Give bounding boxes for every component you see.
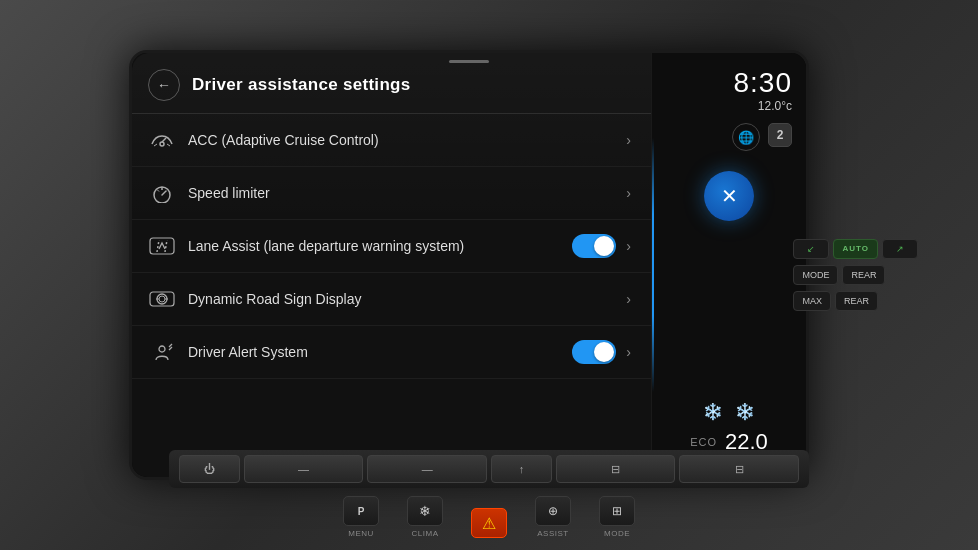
slider-left-icon: ⊟	[611, 463, 620, 476]
slider-left-ctrl[interactable]: ⊟	[556, 455, 676, 483]
driver-alert-label: Driver Alert System	[188, 344, 572, 360]
rc-mode-btn[interactable]: MODE	[793, 265, 838, 285]
slider-right-icon: ⊟	[735, 463, 744, 476]
back-button[interactable]: ←	[148, 69, 180, 101]
vertical-divider	[652, 138, 654, 392]
menu-item-acc[interactable]: ACC (Adaptive Cruise Control) ›	[132, 114, 651, 167]
vol-right-ctrl[interactable]: —	[367, 455, 487, 483]
rc-max-btn[interactable]: MAX	[793, 291, 831, 311]
menu-items-list: ACC (Adaptive Cruise Control) › Speed li…	[132, 114, 651, 477]
road-sign-label: Dynamic Road Sign Display	[188, 291, 626, 307]
globe-button[interactable]: 🌐	[732, 123, 760, 151]
speed-limiter-chevron-icon: ›	[626, 185, 631, 201]
lane-assist-label: Lane Assist (lane departure warning syst…	[188, 238, 572, 254]
svg-line-2	[154, 144, 157, 146]
menu-item-dynamic-road[interactable]: Dynamic Road Sign Display ›	[132, 273, 651, 326]
fan-icons-row: ❄️ ❄️	[703, 402, 755, 421]
rc-right-icon: ↗	[896, 244, 904, 254]
right-panel: 8:30 12.0°c 🌐 2 ✕ ❄️ ❄️ ECO 22.0	[651, 53, 806, 477]
rc-top-row: ↙ AUTO ↗	[793, 239, 918, 259]
screen-header: ← Driver assistance settings	[132, 53, 651, 114]
cancel-button[interactable]: ✕	[704, 171, 754, 221]
clima-icon: ❄	[419, 503, 431, 519]
clima-btn-label: CLIMA	[412, 529, 439, 538]
badge-value: 2	[777, 128, 784, 142]
lane-assist-icon	[148, 234, 176, 258]
road-sign-chevron-icon: ›	[626, 291, 631, 307]
rc-auto-btn[interactable]: AUTO	[833, 239, 878, 259]
menu-btn-label: MENU	[348, 529, 374, 538]
warning-triangle-icon: ⚠	[482, 514, 496, 533]
function-buttons: P MENU ❄ CLIMA ⚠ ⊕ ASSIST ⊞ MODE	[343, 496, 635, 538]
outside-temp: 12.0°c	[666, 99, 792, 113]
svg-line-6	[162, 191, 166, 195]
menu-panel: ← Driver assistance settings ACC (Adapti…	[132, 53, 651, 477]
svg-rect-8	[150, 238, 174, 254]
rc-max-label: MAX	[802, 296, 822, 306]
rc-rear-label: REAR	[851, 270, 876, 280]
svg-line-7	[157, 190, 159, 192]
fan-left-icon: ❄️	[703, 402, 723, 421]
vol-left-icon: —	[298, 463, 309, 475]
svg-line-3	[167, 144, 170, 146]
assist-func-btn[interactable]: ⊕ ASSIST	[535, 496, 571, 538]
eco-label: ECO	[690, 436, 717, 448]
acc-icon	[148, 128, 176, 152]
page-title: Driver assistance settings	[192, 75, 411, 95]
warning-btn-icon: ⚠	[471, 508, 507, 538]
globe-icon: 🌐	[738, 130, 754, 145]
assist-icon: ⊕	[548, 504, 558, 518]
menu-item-driver-alert[interactable]: Driver Alert System ›	[132, 326, 651, 379]
header-bar	[449, 60, 489, 63]
menu-btn-icon: P	[343, 496, 379, 526]
mode-btn-label: MODE	[604, 529, 630, 538]
bottom-control-bar: ⏻ — — ↑ ⊟ ⊟	[169, 450, 809, 488]
clock-display: 8:30	[666, 67, 792, 99]
vol-left-ctrl[interactable]: —	[244, 455, 364, 483]
infotainment-screen: ← Driver assistance settings ACC (Adapti…	[129, 50, 809, 480]
svg-point-11	[159, 296, 165, 302]
speed-limiter-label: Speed limiter	[188, 185, 626, 201]
svg-point-14	[159, 346, 165, 352]
driver-alert-chevron-icon: ›	[626, 344, 631, 360]
up-ctrl-btn[interactable]: ↑	[491, 455, 552, 483]
assist-btn-label: ASSIST	[537, 529, 568, 538]
rc-mode-label: MODE	[802, 270, 829, 280]
parking-icon: P	[358, 506, 365, 517]
svg-point-0	[160, 142, 164, 146]
clima-btn-icon: ❄	[407, 496, 443, 526]
up-icon: ↑	[519, 463, 525, 475]
road-sign-icon	[148, 287, 176, 311]
rc-bottom-row: MODE REAR	[793, 265, 918, 285]
power-ctrl-btn[interactable]: ⏻	[179, 455, 240, 483]
notification-badge[interactable]: 2	[768, 123, 792, 147]
mode-func-btn[interactable]: ⊞ MODE	[599, 496, 635, 538]
speed-limiter-icon	[148, 181, 176, 205]
cancel-icon: ✕	[721, 184, 738, 208]
rc-auto-label: AUTO	[842, 244, 869, 253]
rc-rear2-label: REAR	[844, 296, 869, 306]
right-side-controls: ↙ AUTO ↗ MODE REAR MAX REAR	[793, 239, 918, 311]
rc-arrow-right-btn[interactable]: ↗	[882, 239, 918, 259]
rc-bottom-row2: MAX REAR	[793, 291, 918, 311]
rc-left-icon: ↙	[807, 244, 815, 254]
fan-right-icon: ❄️	[735, 402, 755, 421]
rc-rear2-btn[interactable]: REAR	[835, 291, 878, 311]
warning-func-btn[interactable]: ⚠	[471, 508, 507, 538]
power-icon: ⏻	[204, 463, 215, 475]
back-arrow-icon: ←	[157, 77, 171, 93]
mode-btn-icon: ⊞	[599, 496, 635, 526]
lane-assist-chevron-icon: ›	[626, 238, 631, 254]
assist-btn-icon: ⊕	[535, 496, 571, 526]
lane-assist-toggle[interactable]	[572, 234, 616, 258]
rc-rear-btn[interactable]: REAR	[842, 265, 885, 285]
menu-func-btn[interactable]: P MENU	[343, 496, 379, 538]
driver-alert-toggle[interactable]	[572, 340, 616, 364]
svg-line-1	[162, 138, 166, 142]
menu-item-lane-assist[interactable]: Lane Assist (lane departure warning syst…	[132, 220, 651, 273]
slider-right-ctrl[interactable]: ⊟	[679, 455, 799, 483]
rc-arrow-left-btn[interactable]: ↙	[793, 239, 829, 259]
mode-icon: ⊞	[612, 504, 622, 518]
menu-item-speed-limiter[interactable]: Speed limiter ›	[132, 167, 651, 220]
clima-func-btn[interactable]: ❄ CLIMA	[407, 496, 443, 538]
